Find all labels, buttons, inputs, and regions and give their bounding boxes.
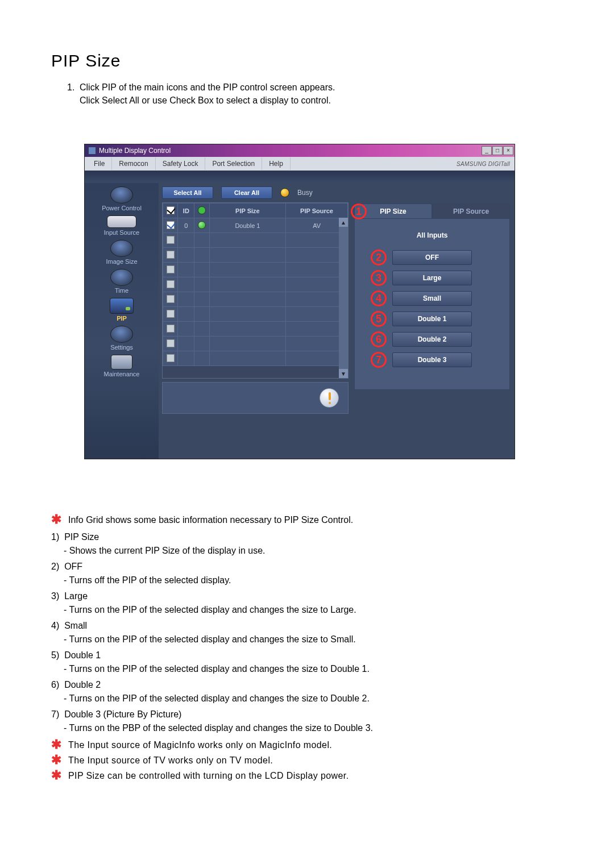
- num: 7): [51, 709, 59, 719]
- maintenance-icon: [111, 355, 132, 369]
- table-row[interactable]: [163, 292, 348, 307]
- table-row[interactable]: [163, 351, 348, 366]
- sidebar-item-time[interactable]: Time: [85, 269, 159, 296]
- row-checkbox[interactable]: [167, 339, 175, 347]
- term: Double 2: [64, 680, 101, 690]
- menu-file[interactable]: File: [87, 157, 112, 170]
- table-row[interactable]: [163, 233, 348, 248]
- table-row[interactable]: [163, 263, 348, 277]
- sidebar-item-label: Settings: [110, 344, 133, 351]
- option-off[interactable]: OFF: [392, 250, 472, 265]
- option-double2[interactable]: Double 2: [392, 332, 472, 347]
- col-status[interactable]: [194, 203, 209, 218]
- col-pip-size[interactable]: PIP Size: [209, 203, 285, 218]
- image-size-icon: [110, 240, 133, 257]
- intro-line1: Click PIP of the main icons and the PIP …: [80, 82, 335, 92]
- status-label: Busy: [297, 189, 313, 197]
- num: 6): [51, 680, 59, 690]
- row-checkbox[interactable]: [167, 236, 175, 244]
- checkbox-header-icon: [167, 206, 175, 214]
- menu-help[interactable]: Help: [262, 157, 291, 170]
- screenshot: Multiple Display Control _ □ × File Remo…: [84, 144, 515, 459]
- menu-remocon[interactable]: Remocon: [112, 157, 155, 170]
- num: 4): [51, 621, 59, 630]
- row-checkbox[interactable]: [167, 221, 175, 229]
- option-double3[interactable]: Double 3: [392, 352, 472, 367]
- close-button[interactable]: ×: [503, 146, 513, 155]
- menu-safety-lock[interactable]: Safety Lock: [156, 157, 206, 170]
- sidebar-item-input-source[interactable]: Input Source: [85, 215, 159, 238]
- status-header-icon: [198, 206, 206, 214]
- clear-all-button[interactable]: Clear All: [221, 186, 272, 199]
- select-all-button[interactable]: Select All: [162, 186, 213, 199]
- row-checkbox[interactable]: [167, 310, 175, 318]
- note-3: PIP Size can be controlled with turning …: [68, 769, 349, 783]
- row-id: 0: [178, 218, 194, 233]
- note-2: The Input source of TV works only on TV …: [68, 754, 273, 767]
- star-icon: ✱: [51, 738, 61, 751]
- status-dot-icon: [280, 188, 289, 197]
- term: PIP Size: [64, 532, 99, 542]
- scroll-up-icon[interactable]: ▲: [339, 218, 348, 227]
- brand-label: SAMSUNG DIGITall: [457, 161, 510, 167]
- sidebar-item-label: Image Size: [106, 258, 137, 265]
- option-small[interactable]: Small: [392, 291, 472, 306]
- sidebar-item-pip[interactable]: PIP: [85, 298, 159, 323]
- term: Double 3 (Picture By Picture): [64, 709, 181, 719]
- row-status-dot-icon: [198, 221, 206, 229]
- menu-port-selection[interactable]: Port Selection: [205, 157, 262, 170]
- sidebar-item-power-control[interactable]: Power Control: [85, 186, 159, 213]
- row-checkbox[interactable]: [167, 325, 175, 333]
- desc: - Turns on the PIP of the selected displ…: [64, 633, 563, 646]
- pip-icon: [110, 298, 134, 314]
- row-checkbox[interactable]: [167, 251, 175, 259]
- table-row[interactable]: [163, 322, 348, 337]
- sidebar-item-label: Time: [115, 287, 128, 294]
- col-pip-source[interactable]: PIP Source: [286, 203, 348, 218]
- col-id[interactable]: ID: [178, 203, 194, 218]
- row-checkbox[interactable]: [167, 295, 175, 303]
- star-icon: ✱: [51, 513, 61, 526]
- term: Double 1: [64, 650, 101, 660]
- callout-3: 3: [371, 270, 387, 286]
- explain-list: 1) PIP Size - Shows the current PIP Size…: [51, 530, 563, 735]
- callout-7: 7: [371, 352, 387, 368]
- settings-icon: [110, 326, 133, 343]
- sidebar-item-settings[interactable]: Settings: [85, 326, 159, 352]
- row-checkbox[interactable]: [167, 280, 175, 288]
- table-row[interactable]: [163, 277, 348, 292]
- sidebar-item-label: Maintenance: [104, 371, 140, 377]
- scrollbar[interactable]: ▲ ▼: [339, 218, 348, 378]
- toolbar-strip: [85, 171, 515, 183]
- explain-intro: Info Grid shows some basic information n…: [68, 513, 353, 527]
- table-row[interactable]: [163, 248, 348, 263]
- sidebar: Power Control Input Source Image Size Ti…: [85, 183, 159, 459]
- desc: - Turns on the PBP of the selected displ…: [64, 721, 563, 735]
- clock-icon: [110, 269, 133, 286]
- table-row[interactable]: [163, 337, 348, 351]
- option-double1[interactable]: Double 1: [392, 312, 472, 326]
- scroll-down-icon[interactable]: ▼: [339, 369, 348, 378]
- maximize-button[interactable]: □: [492, 146, 503, 155]
- row-checkbox[interactable]: [167, 265, 175, 273]
- intro-number: 1.: [67, 81, 80, 94]
- tab-pip-source[interactable]: PIP Source: [432, 203, 510, 218]
- minimize-button[interactable]: _: [482, 146, 492, 155]
- sidebar-item-image-size[interactable]: Image Size: [85, 240, 159, 267]
- table-row[interactable]: 0 Double 1 AV: [163, 218, 348, 233]
- warning-icon: [320, 388, 339, 408]
- star-icon: ✱: [51, 769, 61, 782]
- star-icon: ✱: [51, 754, 61, 766]
- info-grid: ID PIP Size PIP Source 0 Double 1 AV: [162, 202, 349, 379]
- table-row[interactable]: [163, 307, 348, 322]
- num: 3): [51, 591, 59, 601]
- desc: - Turns on the PIP of the selected displ…: [64, 603, 563, 617]
- term: Small: [64, 621, 87, 630]
- row-checkbox[interactable]: [167, 354, 175, 362]
- option-large[interactable]: Large: [392, 271, 472, 285]
- status-bar: [162, 382, 349, 414]
- app-icon: [88, 147, 96, 155]
- sidebar-item-maintenance[interactable]: Maintenance: [85, 355, 159, 379]
- col-checkbox[interactable]: [163, 203, 178, 218]
- window-title: Multiple Display Control: [99, 147, 171, 155]
